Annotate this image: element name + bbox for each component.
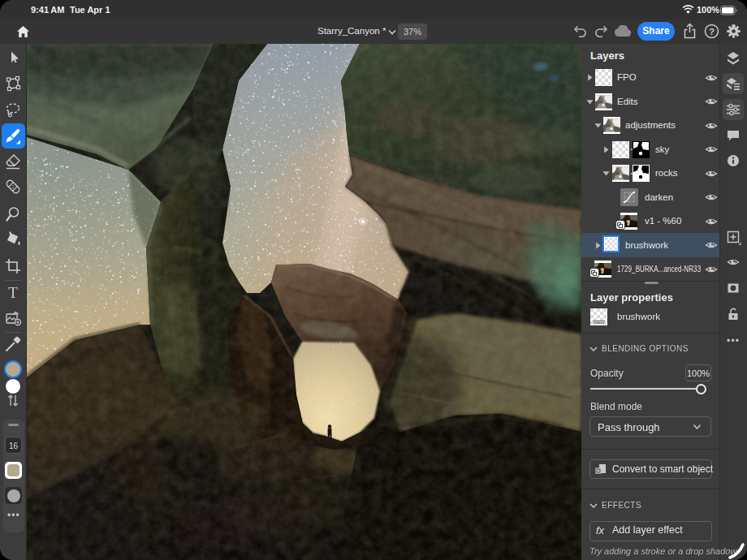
svg-text:?: ? bbox=[709, 27, 715, 37]
svg-text:T: T bbox=[8, 284, 18, 301]
